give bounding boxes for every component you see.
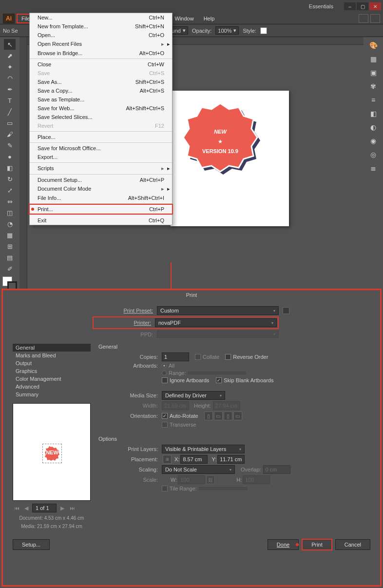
file-menu-save-for-web[interactable]: Save for Web...Alt+Shift+Ctrl+S	[30, 104, 172, 113]
menu-item-shortcut: Alt+Shift+Ctrl+S	[126, 105, 164, 111]
file-menu-export[interactable]: Export...	[30, 153, 172, 161]
print-tab-summary[interactable]: Summary	[13, 391, 91, 398]
file-menu-browse-in-bridge[interactable]: Browse in Bridge...Alt+Ctrl+O	[30, 49, 172, 58]
free-transform-tool-icon[interactable]: ◫	[4, 207, 16, 218]
y-input[interactable]: 11.71 cm	[217, 455, 245, 464]
done-button[interactable]: Done	[268, 539, 299, 550]
mesh-tool-icon[interactable]: ⊞	[4, 241, 16, 252]
eyedropper-tool-icon[interactable]: ✐	[4, 263, 16, 274]
file-menu-close[interactable]: CloseCtrl+W	[30, 60, 172, 69]
swatches-panel-icon[interactable]: ▦	[368, 54, 379, 64]
menu-window[interactable]: Window	[170, 14, 199, 23]
rotate-tool-icon[interactable]: ↻	[4, 174, 16, 184]
file-menu-open[interactable]: Open...Ctrl+O	[30, 31, 172, 39]
direct-selection-tool-icon[interactable]: ⬈	[4, 50, 16, 61]
reverse-order-checkbox[interactable]	[225, 354, 231, 360]
printer-dropdown[interactable]: novaPDF▾	[155, 318, 277, 327]
file-menu-document-color-mode[interactable]: Document Color Mode▸	[30, 184, 172, 194]
scaling-dropdown[interactable]: Do Not Scale▾	[162, 465, 235, 474]
style-swatch[interactable]	[260, 27, 267, 34]
pager-first-icon[interactable]: ⏮	[13, 505, 20, 511]
workspace-switcher[interactable]: Essentials	[299, 3, 343, 9]
pen-tool-icon[interactable]: ✒	[4, 84, 16, 95]
submenu-arrow-icon: ▸	[161, 41, 164, 47]
print-tab-advanced[interactable]: Advanced	[13, 383, 91, 391]
print-tab-output[interactable]: Output	[13, 359, 91, 367]
file-menu-save-a-copy[interactable]: Save a Copy...Alt+Ctrl+S	[30, 86, 172, 95]
minimize-button[interactable]: –	[344, 2, 356, 10]
color-panel-icon[interactable]: 🎨	[368, 40, 379, 51]
file-menu-document-setup[interactable]: Document Setup...Alt+Ctrl+P	[30, 176, 172, 184]
file-menu-new[interactable]: New...Ctrl+N	[30, 13, 172, 22]
file-menu-open-recent-files[interactable]: Open Recent Files▸	[30, 39, 172, 49]
y-label: Y:	[211, 456, 216, 462]
rectangle-tool-icon[interactable]: ▭	[4, 118, 16, 128]
symbols-panel-icon[interactable]: ✾	[368, 81, 379, 92]
media-size-label: Media Size:	[98, 392, 162, 398]
lasso-tool-icon[interactable]: ◠	[4, 73, 16, 83]
cancel-button[interactable]: Cancel	[335, 539, 370, 550]
menu-item-shortcut: Ctrl+P	[149, 206, 164, 212]
stroke-panel-icon[interactable]: ≡	[368, 95, 379, 105]
pencil-tool-icon[interactable]: ✎	[4, 140, 16, 151]
type-tool-icon[interactable]: T	[4, 95, 16, 106]
file-menu-save-for-microsoft-office[interactable]: Save for Microsoft Office...	[30, 144, 172, 153]
paintbrush-tool-icon[interactable]: 🖌	[4, 129, 16, 139]
file-menu-scripts[interactable]: Scripts▸	[30, 164, 172, 173]
shape-builder-tool-icon[interactable]: ◔	[4, 218, 16, 229]
pager-prev-icon[interactable]: ◀	[22, 505, 30, 511]
file-menu-file-info[interactable]: File Info...Alt+Shift+Ctrl+I	[30, 194, 172, 202]
file-menu-place[interactable]: Place...	[30, 133, 172, 141]
media-size-dropdown[interactable]: Defined by Driver▾	[162, 391, 225, 400]
gradient-panel-icon[interactable]: ◧	[368, 108, 379, 119]
auto-rotate-checkbox[interactable]	[162, 413, 168, 419]
magic-wand-tool-icon[interactable]: ✦	[4, 61, 16, 72]
print-tab-marks-and-bleed[interactable]: Marks and Bleed	[13, 352, 91, 359]
brushes-panel-icon[interactable]: ▣	[368, 67, 379, 78]
menu-separator	[30, 59, 172, 59]
print-button[interactable]: Print	[302, 539, 332, 550]
print-preset-dropdown[interactable]: Custom▾	[157, 306, 279, 315]
line-tool-icon[interactable]: ╱	[4, 106, 16, 117]
transparency-panel-icon[interactable]: ◐	[368, 122, 379, 133]
scale-tool-icon[interactable]: ⤢	[4, 185, 16, 196]
ignore-artboards-checkbox[interactable]	[162, 377, 168, 383]
file-menu-new-from-template[interactable]: New from Template...Shift+Ctrl+N	[30, 22, 172, 31]
artboards-all-radio[interactable]	[162, 363, 167, 368]
graphic-styles-panel-icon[interactable]: ◎	[368, 149, 379, 160]
pager-page-input[interactable]: 1 of 1	[32, 504, 57, 512]
pager-last-icon[interactable]: ⏭	[68, 505, 76, 511]
setup-button[interactable]: Setup...	[13, 539, 50, 550]
close-button[interactable]: ✕	[369, 2, 381, 10]
maximize-button[interactable]: ▢	[357, 2, 368, 10]
appearance-panel-icon[interactable]: ◉	[368, 136, 379, 146]
file-menu-print[interactable]: Print...Ctrl+P	[29, 204, 173, 215]
portrait-down-icon: ▯	[224, 412, 232, 420]
file-menu-save-as-template[interactable]: Save as Template...	[30, 95, 172, 104]
width-tool-icon[interactable]: ⇔	[4, 196, 16, 207]
save-preset-icon[interactable]	[283, 307, 289, 314]
placement-grid-icon[interactable]: ⊞	[163, 455, 172, 464]
selection-tool-icon[interactable]: ↖	[4, 39, 16, 50]
file-menu-exit[interactable]: ExitCtrl+Q	[30, 216, 172, 225]
print-tab-general[interactable]: General	[13, 344, 91, 352]
file-menu-save-as[interactable]: Save As...Shift+Ctrl+S	[30, 78, 172, 86]
menu-help[interactable]: Help	[199, 14, 220, 23]
x-input[interactable]: 8.57 cm	[180, 455, 208, 464]
layers-panel-icon[interactable]: ≣	[368, 163, 379, 174]
print-tab-color-management[interactable]: Color Management	[13, 375, 91, 383]
opacity-input[interactable]: 100%▾	[215, 26, 239, 35]
bridge-icon[interactable]	[359, 14, 368, 23]
pager-next-icon[interactable]: ▶	[58, 505, 66, 511]
file-menu-save-selected-slices[interactable]: Save Selected Slices...	[30, 113, 172, 121]
arrange-icon[interactable]	[370, 14, 380, 23]
eraser-tool-icon[interactable]: ◧	[4, 162, 16, 173]
print-tab-graphics[interactable]: Graphics	[13, 367, 91, 375]
gradient-tool-icon[interactable]: ▤	[4, 252, 16, 263]
skip-blank-checkbox[interactable]	[216, 377, 222, 383]
blob-brush-tool-icon[interactable]: ●	[4, 151, 16, 162]
copies-input[interactable]	[162, 353, 189, 361]
print-layers-dropdown[interactable]: Visible & Printable Layers▾	[162, 445, 245, 453]
perspective-tool-icon[interactable]: ▦	[4, 230, 16, 240]
scale-w-input: 100	[178, 475, 205, 484]
